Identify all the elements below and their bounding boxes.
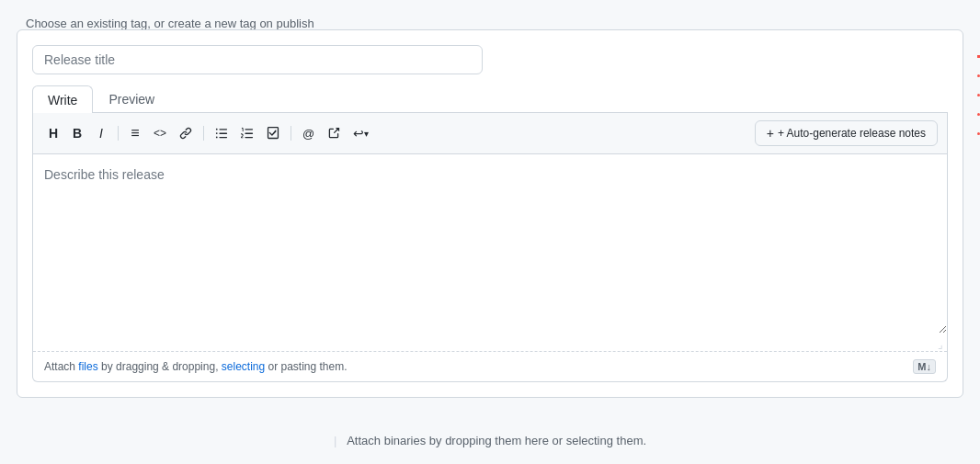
auto-generate-button[interactable]: + + Auto-generate release notes <box>755 120 938 146</box>
release-title-input[interactable] <box>32 45 483 74</box>
footer-selecting-link[interactable]: selecting <box>222 360 265 373</box>
tab-bar: Write Preview <box>32 85 948 113</box>
divider-1 <box>118 126 119 141</box>
heading-button[interactable]: H <box>42 122 64 144</box>
crossref-button[interactable] <box>322 122 346 144</box>
resize-handle-area: ⌟ <box>33 336 947 351</box>
quote-button[interactable]: ≡ <box>124 122 146 144</box>
editor-footer: Attach files by dragging & dropping, sel… <box>33 351 947 381</box>
ordered-list-button[interactable] <box>235 122 259 144</box>
italic-button[interactable]: I <box>90 122 112 144</box>
mention-button[interactable]: @ <box>297 122 320 144</box>
footer-files-link[interactable]: files <box>78 360 97 373</box>
tab-write[interactable]: Write <box>32 85 93 113</box>
editor-toolbar: H B I ≡ <> @ ↩ <box>33 113 947 154</box>
auto-generate-label: + Auto-generate release notes <box>778 127 926 140</box>
task-list-button[interactable] <box>261 122 285 144</box>
accent-lines <box>974 0 980 464</box>
link-button[interactable] <box>174 122 198 144</box>
undo-button[interactable]: ↩ ▾ <box>348 122 374 144</box>
hint-text: Choose an existing tag, or create a new … <box>26 17 314 30</box>
unordered-list-button[interactable] <box>210 122 234 144</box>
footer-attach-text: Attach files by dragging & dropping, sel… <box>44 360 348 373</box>
bottom-hint-text: | Attach binaries by dropping them here … <box>334 434 646 447</box>
main-card: Write Preview H B I ≡ <> @ <box>17 29 963 398</box>
divider-3 <box>291 126 291 141</box>
tab-preview[interactable]: Preview <box>93 85 170 112</box>
divider-2 <box>203 126 204 141</box>
plus-icon: + <box>767 126 774 141</box>
code-button[interactable]: <> <box>148 122 172 144</box>
editor-area: H B I ≡ <> @ ↩ <box>32 113 948 382</box>
markdown-badge: M↓ <box>913 359 936 374</box>
bold-button[interactable]: B <box>66 122 88 144</box>
editor-textarea[interactable] <box>33 154 947 334</box>
resize-handle[interactable]: ⌟ <box>938 338 943 351</box>
